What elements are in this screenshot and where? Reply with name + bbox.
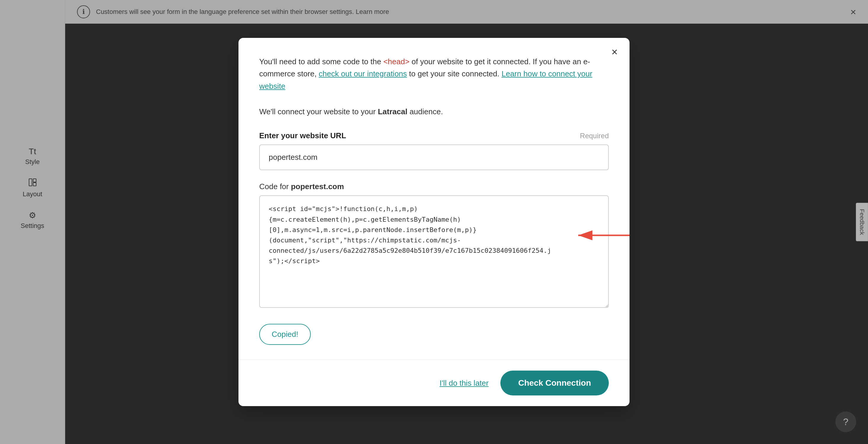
- code-textarea[interactable]: <script id="mcjs">!function(c,h,i,m,p) {…: [259, 195, 609, 308]
- audience-line: We'll connect your website to your Latra…: [259, 107, 609, 116]
- url-input[interactable]: [259, 144, 609, 170]
- intro-suffix: to get your site connected.: [407, 69, 501, 78]
- copied-button[interactable]: Copied!: [259, 324, 311, 345]
- code-label: Code for popertest.com: [259, 182, 609, 191]
- field-header: Enter your website URL Required: [259, 131, 609, 140]
- modal-intro-text: You'll need to add some code to the <hea…: [259, 56, 609, 93]
- modal-dialog: × You'll need to add some code to the <h…: [239, 38, 629, 406]
- url-field-section: Enter your website URL Required: [259, 131, 609, 170]
- modal-footer: I'll do this later Check Connection: [239, 360, 629, 406]
- check-connection-button[interactable]: Check Connection: [500, 371, 609, 396]
- modal-close-button[interactable]: ×: [612, 47, 618, 58]
- modal-backdrop: × You'll need to add some code to the <h…: [0, 0, 868, 444]
- url-field-required: Required: [580, 132, 609, 140]
- code-section: Code for popertest.com <script id="mcjs"…: [259, 182, 609, 309]
- modal-body: You'll need to add some code to the <hea…: [239, 38, 629, 360]
- head-tag: <head>: [383, 57, 409, 66]
- intro-prefix: You'll need to add some code to the: [259, 57, 383, 66]
- later-button[interactable]: I'll do this later: [440, 379, 489, 388]
- url-field-label: Enter your website URL: [259, 131, 346, 140]
- integrations-link[interactable]: check out our integrations: [319, 69, 407, 78]
